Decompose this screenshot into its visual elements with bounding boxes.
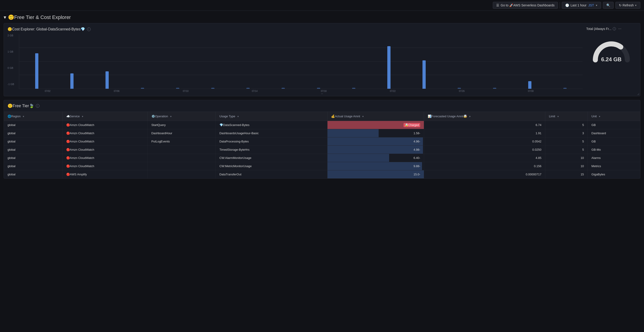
cell-unit: GB-Mo	[588, 146, 640, 154]
cell-actual-usage: 9.88-	[328, 162, 424, 170]
topbar: ☰ Go to 🚀AWS Serverless Dashboards 🕐 Las…	[0, 0, 644, 11]
cell-forecasted: 0.0250	[424, 146, 545, 154]
x-label: 07/30	[514, 90, 548, 92]
bar	[141, 88, 144, 89]
limit-filter-icon[interactable]: ▼	[557, 115, 559, 118]
x-label	[548, 90, 582, 92]
chart-left: 🙂Cost Explorer: Global-DataScanned-Bytes…	[8, 27, 582, 92]
zoom-out-button[interactable]: 🔍	[603, 2, 614, 9]
refresh-chevron-icon: ▼	[635, 4, 637, 7]
table-row: global🔴Amzn CloudWatchCW:AlarmMonitorUsa…	[4, 154, 640, 162]
resize-handle-bottom[interactable]	[321, 92, 323, 95]
cell-forecasted: 0.00000717	[424, 170, 545, 179]
gauge-title: Total (Always Fr... i ⋯	[586, 27, 622, 31]
table-row: global🔴AWS AmplifyDataTransferOut15.0-0.…	[4, 170, 640, 179]
bar	[282, 88, 285, 89]
clock-icon: 🕐	[565, 4, 569, 7]
free-tier-section: 🙂Free Tier🍃 i 🌐Region ▼ ☁️Service ▼ ⚙️Op…	[4, 100, 640, 179]
table-row: global🔴Amzn CloudWatchPutLogEventsDataPr…	[4, 137, 640, 146]
unit-filter-icon[interactable]: ▼	[598, 115, 601, 118]
chevron-down-icon: ▾	[4, 15, 6, 20]
col-service: ☁️Service ▼	[62, 112, 148, 121]
gauge-info-icon[interactable]: i	[613, 27, 616, 30]
y-axis: 2 GB 1 GB 0 GB -1 GB	[8, 34, 17, 86]
bar	[387, 46, 390, 89]
actual-usage-text: 4.96-	[328, 137, 424, 145]
table-body: global🔴Amzn CloudWatchStartQuery💎DataSca…	[4, 121, 640, 179]
bar-group	[477, 34, 512, 89]
region-filter-icon[interactable]: ▼	[22, 115, 25, 118]
table-row: global🔴Amzn CloudWatchStartQuery💎DataSca…	[4, 121, 640, 129]
bar	[352, 88, 355, 89]
cell-usage-type: DashboardsUsageHour-Basic	[216, 129, 328, 137]
usage-type-filter-icon[interactable]: ▼	[237, 115, 239, 118]
bar-group	[548, 34, 582, 89]
x-label	[203, 90, 238, 92]
x-label: 07/14	[238, 90, 272, 92]
cell-region: global	[4, 170, 62, 179]
bar-group	[301, 34, 336, 89]
cell-operation	[148, 162, 216, 170]
bar-group	[54, 34, 90, 89]
cell-operation: StartQuery	[148, 121, 216, 129]
operation-filter-icon[interactable]: ▼	[170, 115, 172, 118]
actual-usage-text: 6.40-	[328, 154, 424, 162]
cell-operation: PutLogEvents	[148, 137, 216, 146]
x-axis: 07/0207/0607/1007/1407/1807/2207/2607/30	[30, 90, 582, 92]
col-unit: Unit ▼	[588, 112, 640, 121]
col-forecasted: 📊Forecasted Usage Amnt🤯 ▼	[424, 112, 545, 121]
cell-limit: 3	[545, 129, 588, 137]
cell-operation: DashboardHour	[148, 129, 216, 137]
cell-region: global	[4, 121, 62, 129]
table-row: global🔴Amzn CloudWatchDashboardHourDashb…	[4, 129, 640, 137]
cell-operation	[148, 146, 216, 154]
x-label: 07/10	[168, 90, 203, 92]
actual-filter-icon[interactable]: ▼	[362, 115, 364, 118]
x-label	[410, 90, 444, 92]
bar-group	[266, 34, 301, 89]
chart-header: 🙂Cost Explorer: Global-DataScanned-Bytes…	[8, 27, 582, 31]
cell-operation	[148, 170, 216, 179]
cell-actual-usage: 4.96-	[328, 137, 424, 146]
bar	[35, 53, 38, 89]
service-filter-icon[interactable]: ▼	[82, 115, 84, 118]
bar-group	[371, 34, 406, 89]
col-actual-usage: 💰Actual Usage Amnt ▼	[328, 112, 424, 121]
cell-actual-usage: 15.0-	[328, 170, 424, 179]
cell-unit: GB	[588, 137, 640, 146]
free-tier-info-icon[interactable]: i	[36, 104, 40, 108]
chart-section: 🙂Cost Explorer: Global-DataScanned-Bytes…	[4, 23, 640, 96]
gauge-more-icon[interactable]: ⋯	[618, 27, 622, 31]
cell-actual-usage: 6.40-	[328, 154, 424, 162]
cell-forecasted: 0.156	[424, 162, 545, 170]
cell-forecasted: 1.91	[424, 129, 545, 137]
cell-limit: 10	[545, 154, 588, 162]
bar-group	[512, 34, 548, 89]
cell-usage-type: TimedStorage-ByteHrs	[216, 146, 328, 154]
cell-unit: GigaBytes	[588, 170, 640, 179]
col-usage-type: Usage Type ▼	[216, 112, 328, 121]
cell-service: 🔴AWS Amplify	[62, 170, 148, 179]
time-range-button[interactable]: 🕐 Last 1 hour JST ▼	[562, 2, 601, 9]
bar-group	[336, 34, 371, 89]
col-operation: ⚙️Operation ▼	[148, 112, 216, 121]
refresh-button[interactable]: ↻ Refresh ▼	[616, 2, 640, 9]
cell-service: 🔴Amzn CloudWatch	[62, 121, 148, 129]
cell-operation	[148, 154, 216, 162]
bar	[176, 88, 179, 89]
forecast-filter-icon[interactable]: ▼	[468, 115, 471, 118]
refresh-icon: ↻	[619, 4, 622, 7]
aws-dashboards-button[interactable]: ☰ Go to 🚀AWS Serverless Dashboards	[493, 2, 558, 9]
cell-service: 🔴Amzn CloudWatch	[62, 154, 148, 162]
x-label	[134, 90, 168, 92]
cell-unit: GB	[588, 121, 640, 129]
page-title[interactable]: ▾ 🙂Free Tier & Cost Explorer	[4, 11, 640, 23]
chart-info-icon[interactable]: i	[87, 28, 91, 31]
bar	[422, 60, 426, 89]
cell-service: 🔴Amzn CloudWatch	[62, 129, 148, 137]
resize-handle-br[interactable]	[636, 92, 639, 95]
bar	[106, 71, 109, 89]
cell-limit: 15	[545, 170, 588, 179]
x-label: 07/02	[30, 90, 65, 92]
table-wrapper: 🌐Region ▼ ☁️Service ▼ ⚙️Operation ▼ Usag…	[4, 112, 640, 178]
